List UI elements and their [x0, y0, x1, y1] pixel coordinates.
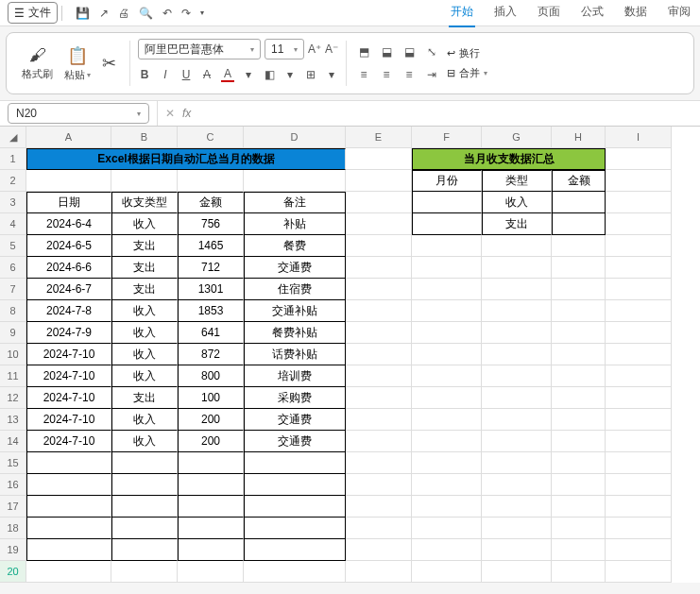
cell-A12[interactable]: 2024-7-10	[26, 387, 111, 409]
cell-C6[interactable]: 712	[178, 257, 244, 279]
cell-H13[interactable]	[552, 409, 606, 431]
cell-I16[interactable]	[606, 474, 672, 496]
cell-D7[interactable]: 住宿费	[244, 279, 346, 300]
cell-D6[interactable]: 交通费	[244, 257, 346, 279]
save-icon[interactable]: 💾	[76, 7, 90, 20]
cell-E7[interactable]	[346, 279, 412, 300]
cell-I5[interactable]	[606, 235, 672, 257]
row-header-3[interactable]: 3	[0, 192, 26, 213]
cell-E1[interactable]	[346, 148, 412, 170]
cell-A17[interactable]	[26, 496, 111, 518]
redo-icon[interactable]: ↷	[181, 7, 191, 20]
cell-E11[interactable]	[346, 365, 412, 387]
cell-E4[interactable]	[346, 213, 412, 235]
cell-H10[interactable]	[552, 344, 606, 365]
cell-E17[interactable]	[346, 496, 412, 518]
row-header-17[interactable]: 17	[0, 496, 26, 518]
cell-C17[interactable]	[178, 496, 244, 518]
cell-C19[interactable]	[178, 539, 244, 561]
cell-D14[interactable]: 交通费	[244, 431, 346, 452]
cell-D12[interactable]: 采购费	[244, 387, 346, 409]
cell-F20[interactable]	[412, 561, 482, 583]
cell-H15[interactable]	[552, 452, 606, 474]
cell-B10[interactable]: 收入	[111, 344, 178, 365]
row-header-19[interactable]: 19	[0, 539, 26, 561]
cell-H16[interactable]	[552, 474, 606, 496]
cell-I13[interactable]	[606, 409, 672, 431]
indent-icon[interactable]: ⇥	[422, 65, 441, 84]
cell-A18[interactable]	[26, 518, 111, 539]
cell-F11[interactable]	[412, 365, 482, 387]
column-header-G[interactable]: G	[482, 127, 552, 148]
column-header-E[interactable]: E	[346, 127, 412, 148]
cell-G3[interactable]: 收入	[482, 192, 552, 213]
grid[interactable]: ◢ABCDEFGHI1Excel根据日期自动汇总当月的数据当月收支数据汇总2月份…	[0, 127, 700, 583]
cell-H4[interactable]	[552, 213, 606, 235]
cell-A10[interactable]: 2024-7-10	[26, 344, 111, 365]
row-header-4[interactable]: 4	[0, 213, 26, 235]
cell-C12[interactable]: 100	[178, 387, 244, 409]
cell-D20[interactable]	[244, 561, 346, 583]
tab-review[interactable]: 审阅	[666, 0, 692, 27]
cell-H8[interactable]	[552, 300, 606, 322]
cell-D16[interactable]	[244, 474, 346, 496]
column-header-D[interactable]: D	[244, 127, 346, 148]
fx-label[interactable]: fx	[182, 107, 191, 120]
cell-F5[interactable]	[412, 235, 482, 257]
cell-I15[interactable]	[606, 452, 672, 474]
cell-G10[interactable]	[482, 344, 552, 365]
cell-I9[interactable]	[606, 322, 672, 344]
select-all-corner[interactable]: ◢	[0, 127, 26, 148]
cell-C3[interactable]: 金额	[178, 192, 244, 213]
align-left-icon[interactable]: ≡	[354, 65, 373, 84]
align-top-icon[interactable]: ⬒	[354, 42, 373, 61]
cell-I4[interactable]	[606, 213, 672, 235]
cell-A1[interactable]: Excel根据日期自动汇总当月的数据	[26, 148, 346, 170]
cell-C4[interactable]: 756	[178, 213, 244, 235]
cell-B5[interactable]: 支出	[111, 235, 178, 257]
cell-G20[interactable]	[482, 561, 552, 583]
cell-A7[interactable]: 2024-6-7	[26, 279, 111, 300]
cell-G9[interactable]	[482, 322, 552, 344]
cell-H14[interactable]	[552, 431, 606, 452]
cancel-icon[interactable]: ✕	[165, 107, 175, 120]
tab-data[interactable]: 数据	[623, 0, 649, 27]
cell-A16[interactable]	[26, 474, 111, 496]
cell-B11[interactable]: 收入	[111, 365, 178, 387]
cell-B19[interactable]	[111, 539, 178, 561]
cell-D10[interactable]: 话费补贴	[244, 344, 346, 365]
cell-B7[interactable]: 支出	[111, 279, 178, 300]
cell-E8[interactable]	[346, 300, 412, 322]
cell-G17[interactable]	[482, 496, 552, 518]
column-header-C[interactable]: C	[178, 127, 244, 148]
column-header-H[interactable]: H	[552, 127, 606, 148]
cell-G12[interactable]	[482, 387, 552, 409]
cell-F16[interactable]	[412, 474, 482, 496]
cell-H17[interactable]	[552, 496, 606, 518]
cell-F8[interactable]	[412, 300, 482, 322]
qat-more-icon[interactable]: ▾	[200, 8, 204, 17]
font-color-button[interactable]: A	[221, 67, 234, 82]
cell-B17[interactable]	[111, 496, 178, 518]
cell-D8[interactable]: 交通补贴	[244, 300, 346, 322]
column-header-B[interactable]: B	[111, 127, 178, 148]
borders-button[interactable]: ⊞	[304, 68, 317, 81]
cell-H6[interactable]	[552, 257, 606, 279]
row-header-16[interactable]: 16	[0, 474, 26, 496]
row-header-1[interactable]: 1	[0, 148, 26, 170]
cell-H5[interactable]	[552, 235, 606, 257]
cell-C10[interactable]: 872	[178, 344, 244, 365]
print-icon[interactable]: 🖨	[118, 7, 129, 20]
cell-I8[interactable]	[606, 300, 672, 322]
cell-G7[interactable]	[482, 279, 552, 300]
cell-A4[interactable]: 2024-6-4	[26, 213, 111, 235]
cell-D17[interactable]	[244, 496, 346, 518]
cell-I7[interactable]	[606, 279, 672, 300]
cell-G6[interactable]	[482, 257, 552, 279]
cell-H19[interactable]	[552, 539, 606, 561]
row-header-8[interactable]: 8	[0, 300, 26, 322]
italic-button[interactable]: I	[159, 68, 172, 81]
cell-B18[interactable]	[111, 518, 178, 539]
cell-C8[interactable]: 1853	[178, 300, 244, 322]
cell-H9[interactable]	[552, 322, 606, 344]
